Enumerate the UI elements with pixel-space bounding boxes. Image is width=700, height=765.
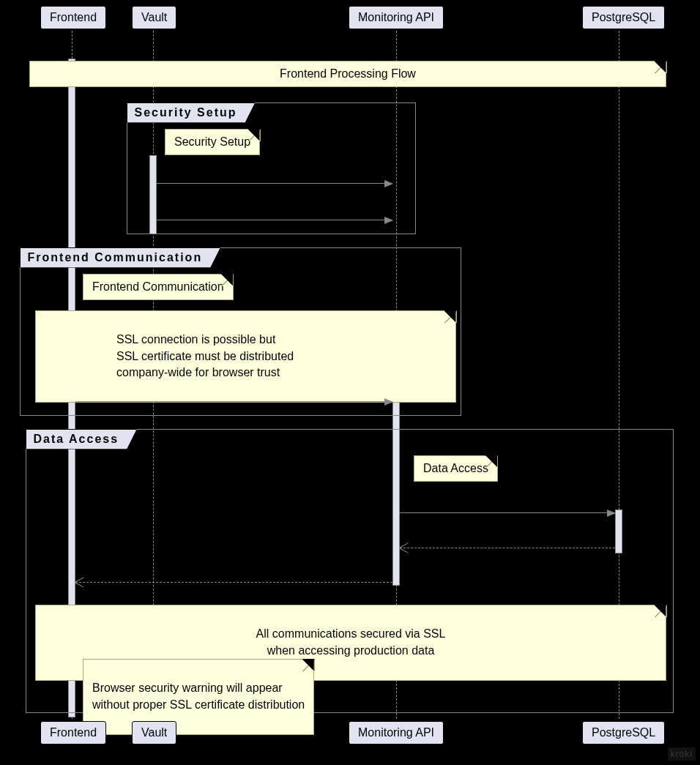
arrow-vault-to-monitoring-1: [157, 183, 392, 184]
note-text: All communications secured via SSL when …: [256, 627, 446, 656]
group-label: Security Setup: [127, 102, 256, 123]
participant-vault-top: Vault: [132, 6, 176, 29]
note-browser-warning: Browser security warning will appear wit…: [83, 659, 314, 735]
label: Frontend: [50, 11, 97, 23]
label: PostgreSQL: [592, 726, 655, 739]
arrowhead-icon: [384, 180, 393, 187]
label: Vault: [141, 726, 167, 739]
label-text: Frontend Communication: [28, 251, 203, 264]
watermark: kroki: [668, 747, 696, 761]
participant-monitoring-top: Monitoring API: [349, 6, 444, 29]
note-fold-icon: [221, 274, 234, 286]
group-label: Frontend Communication: [20, 247, 221, 268]
sequence-diagram: Frontend Vault Monitoring API PostgreSQL…: [0, 0, 700, 765]
arrowhead-icon: [384, 398, 393, 406]
note-fold-icon: [485, 455, 498, 468]
label: Vault: [141, 11, 167, 23]
note-text: SSL connection is possible but SSL certi…: [116, 333, 294, 378]
arrowhead-icon: [384, 217, 393, 224]
note-fold-icon: [655, 605, 667, 617]
arrow-vault-to-monitoring-2: [157, 220, 392, 220]
note-ssl-possible: SSL connection is possible but SSL certi…: [35, 310, 456, 403]
note-fold-icon: [444, 310, 457, 323]
label: Monitoring API: [358, 11, 434, 23]
note-text: Frontend Communication: [92, 280, 224, 293]
arrow-postgres-to-monitoring-return: [400, 548, 615, 548]
label: Frontend: [50, 726, 97, 739]
arrowhead-icon: [607, 510, 616, 517]
note-fold-icon: [248, 129, 261, 141]
label-text: Data Access: [34, 433, 119, 445]
group-label: Data Access: [26, 429, 138, 449]
note-fold-icon: [302, 659, 315, 671]
note-text: Data Access: [423, 462, 488, 474]
participant-frontend-top: Frontend: [40, 6, 106, 29]
arrow-frontend-to-monitoring: [75, 401, 392, 402]
participant-postgres-top: PostgreSQL: [582, 6, 665, 29]
watermark-text: kroki: [671, 749, 693, 759]
label: PostgreSQL: [592, 11, 655, 23]
participant-postgres-bottom: PostgreSQL: [582, 721, 665, 745]
arrow-monitoring-to-postgres: [400, 512, 615, 513]
participant-frontend-bottom: Frontend: [40, 721, 106, 745]
note-text: Security Setup: [174, 135, 250, 148]
label: Monitoring API: [358, 726, 434, 739]
participant-monitoring-bottom: Monitoring API: [349, 721, 444, 745]
participant-vault-bottom: Vault: [132, 721, 176, 745]
note-text: Browser security warning will appear wit…: [92, 682, 305, 710]
note-text: Frontend Processing Flow: [280, 67, 416, 80]
note-data-access: Data Access: [414, 455, 498, 482]
note-security-setup: Security Setup: [165, 129, 260, 155]
note-fold-icon: [655, 61, 667, 73]
arrow-monitoring-to-frontend-return: [75, 582, 392, 583]
group-security-setup: Security Setup: [127, 102, 416, 234]
label-text: Security Setup: [135, 106, 237, 119]
note-frontend-communication: Frontend Communication: [83, 274, 234, 300]
note-main-title: Frontend Processing Flow: [29, 61, 666, 87]
